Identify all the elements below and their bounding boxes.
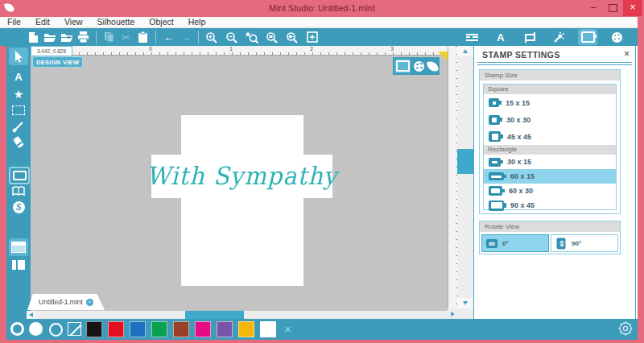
stamp-preview-icon[interactable] bbox=[394, 59, 411, 73]
scroll-right-icon[interactable] bbox=[448, 308, 457, 319]
copy-icon[interactable] bbox=[101, 29, 118, 45]
no-color-swatch[interactable] bbox=[68, 322, 81, 336]
text-tool[interactable]: A bbox=[9, 68, 28, 85]
maximize-icon bbox=[609, 4, 617, 12]
stamp-size-icon bbox=[489, 186, 502, 196]
zoom-in-icon[interactable] bbox=[203, 29, 220, 45]
zoom-out-icon[interactable] bbox=[223, 29, 240, 45]
split-view-tool[interactable] bbox=[9, 256, 28, 274]
stamp-size-icon bbox=[489, 172, 504, 180]
menu-help[interactable]: Help bbox=[181, 17, 213, 27]
stamp-design-text[interactable]: With Sympathy bbox=[147, 162, 337, 191]
stamp-view-tool[interactable] bbox=[9, 238, 28, 256]
rectangle-shape-tool[interactable] bbox=[9, 101, 28, 119]
size-option-45x45[interactable]: 45 x 45 bbox=[484, 128, 616, 145]
stamp-size-icon bbox=[489, 98, 499, 107]
cursor-coordinates: 3.442, 0.828 bbox=[31, 46, 72, 56]
cut-icon[interactable]: ✂ bbox=[118, 29, 134, 45]
size-option-60x15-selected[interactable]: 60 x 15 bbox=[484, 169, 616, 184]
paste-icon[interactable] bbox=[134, 29, 151, 45]
eraser-tool[interactable] bbox=[9, 133, 28, 151]
color-swatch-yellow[interactable] bbox=[238, 321, 254, 337]
outline-circle-option[interactable] bbox=[49, 323, 63, 337]
square-header: Square bbox=[484, 85, 616, 94]
menu-object[interactable]: Object bbox=[142, 17, 180, 27]
horizontal-scrollbar[interactable] bbox=[27, 311, 448, 319]
text-settings-icon[interactable]: A bbox=[491, 29, 510, 45]
rectangle-header: Rectangle bbox=[484, 145, 616, 155]
new-file-icon[interactable] bbox=[24, 29, 41, 45]
size-option-60x30[interactable]: 60 x 30 bbox=[484, 184, 616, 198]
color-swatch-magenta[interactable] bbox=[195, 321, 211, 337]
tab-close-icon[interactable]: × bbox=[86, 299, 93, 306]
color-swatch-white[interactable] bbox=[260, 321, 276, 337]
rotate-view-group: Rotate View ab 0° ab 90° bbox=[479, 221, 621, 254]
zoom-selection-icon[interactable] bbox=[243, 29, 260, 45]
fit-to-page-icon[interactable] bbox=[303, 29, 320, 45]
color-swatch-purple[interactable] bbox=[217, 321, 233, 337]
open-recent-icon[interactable] bbox=[58, 29, 75, 45]
ink-ring-option[interactable] bbox=[10, 322, 24, 336]
size-option-30x30[interactable]: 30 x 30 bbox=[484, 111, 616, 128]
color-swatch-brown[interactable] bbox=[173, 321, 189, 337]
star-shape-tool[interactable]: ★ bbox=[9, 85, 28, 103]
ab-icon: ab bbox=[486, 239, 497, 248]
zoom-reset-icon[interactable] bbox=[283, 29, 300, 45]
panel-title: STAMP SETTINGS bbox=[482, 50, 560, 60]
rotate-0-button[interactable]: ab 0° bbox=[481, 234, 549, 252]
rotate-90-button[interactable]: ab 90° bbox=[551, 234, 618, 252]
stamp-size-icon bbox=[489, 131, 501, 142]
mini-palette-icon[interactable] bbox=[414, 61, 424, 72]
ruler-label: 3 bbox=[390, 46, 394, 52]
close-button[interactable]: × bbox=[623, 0, 642, 16]
select-tool[interactable] bbox=[9, 48, 28, 65]
silhouette-store-icon[interactable]: S bbox=[9, 198, 28, 216]
maximize-button[interactable] bbox=[604, 0, 621, 16]
open-file-icon[interactable] bbox=[41, 29, 58, 45]
color-swatch-black[interactable] bbox=[86, 321, 102, 337]
scroll-up-icon[interactable] bbox=[457, 46, 473, 56]
horizontal-scroll-thumb[interactable] bbox=[185, 311, 244, 319]
page-area[interactable] bbox=[181, 115, 303, 286]
color-swatch-red[interactable] bbox=[108, 321, 124, 337]
panel-toolbar: A bbox=[462, 28, 644, 46]
clear-color-icon[interactable]: × bbox=[284, 321, 291, 337]
menu-view[interactable]: View bbox=[57, 17, 90, 27]
panel-close-icon[interactable]: × bbox=[624, 48, 630, 60]
fill-settings-icon[interactable] bbox=[549, 29, 568, 45]
color-settings-icon[interactable] bbox=[607, 29, 626, 45]
stamp-settings-icon[interactable] bbox=[578, 29, 597, 45]
fill-circle-option[interactable] bbox=[29, 322, 43, 336]
color-swatch-blue[interactable] bbox=[130, 321, 146, 337]
redo-icon[interactable]: → bbox=[177, 29, 194, 45]
menu-edit[interactable]: Edit bbox=[28, 17, 57, 27]
main-toolbar: ✂ ← → A bbox=[0, 28, 644, 46]
stamp-size-header: Stamp Size bbox=[480, 70, 620, 81]
menu-silhouette[interactable]: Silhouette bbox=[90, 17, 142, 27]
line-style-icon[interactable] bbox=[462, 29, 481, 45]
vertical-scrollbar[interactable] bbox=[457, 46, 473, 319]
color-swatch-green[interactable] bbox=[151, 321, 167, 337]
print-icon[interactable] bbox=[75, 29, 92, 45]
size-option-30x15[interactable]: 30 x 15 bbox=[484, 155, 616, 169]
minimize-button[interactable]: – bbox=[584, 0, 602, 16]
vertical-scroll-thumb[interactable] bbox=[457, 149, 473, 174]
document-tab-label: Untitled-1.mint bbox=[39, 298, 83, 306]
transform-icon[interactable] bbox=[520, 29, 539, 45]
document-tab[interactable]: Untitled-1.mint × bbox=[27, 294, 105, 310]
ab-rotated-icon: ab bbox=[557, 238, 566, 249]
scroll-left-icon[interactable] bbox=[27, 311, 35, 319]
size-option-90x45[interactable]: 90 x 45 bbox=[484, 198, 616, 213]
undo-icon[interactable]: ← bbox=[160, 29, 177, 45]
menu-file[interactable]: File bbox=[0, 17, 28, 27]
ruler-label: 1 bbox=[229, 46, 233, 52]
settings-gear-icon[interactable] bbox=[618, 321, 633, 336]
stamp-area[interactable]: With Sympathy bbox=[151, 155, 332, 198]
stamp-size-icon bbox=[489, 200, 504, 211]
library-icon[interactable] bbox=[9, 182, 28, 200]
scroll-down-icon[interactable] bbox=[457, 298, 473, 308]
mini-leaf-icon[interactable] bbox=[427, 60, 439, 72]
canvas-mini-toolbar bbox=[393, 57, 440, 75]
zoom-drawing-icon[interactable] bbox=[263, 29, 280, 45]
size-option-15x15[interactable]: 15 x 15 bbox=[484, 94, 616, 111]
